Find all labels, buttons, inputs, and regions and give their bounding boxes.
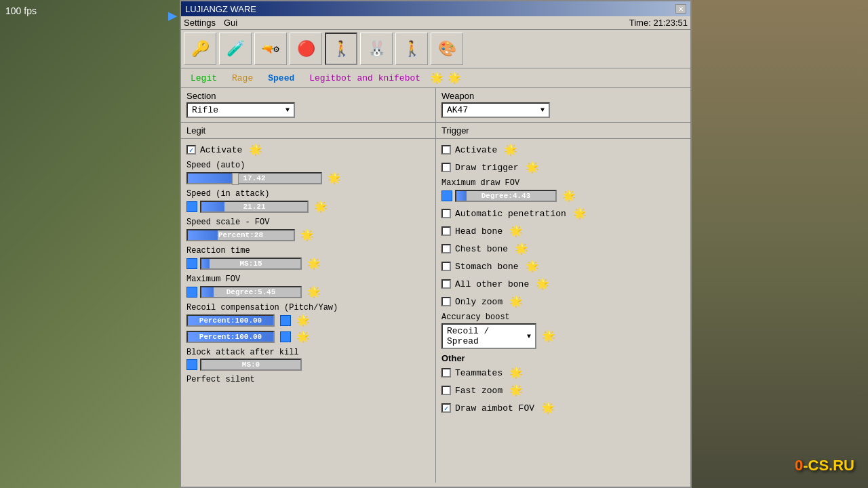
accuracy-boost-dropdown[interactable]: Recoil / Spread ▼: [441, 323, 536, 349]
max-fov-slider[interactable]: Degree:5.45: [200, 286, 302, 298]
draw-aimbot-checkbox[interactable]: [441, 403, 451, 413]
section-header-row: Section Rifle ▼: [181, 88, 435, 123]
toolbar-icon-person2[interactable]: 🚶: [395, 33, 428, 65]
tab-legit[interactable]: Legit: [185, 72, 222, 85]
speed-auto-icon[interactable]: 🌟: [328, 171, 341, 185]
speed-attack-slider[interactable]: 21.21: [200, 201, 309, 213]
tab-speed[interactable]: Speed: [262, 72, 300, 85]
speed-fov-icon[interactable]: 🌟: [300, 228, 314, 242]
recoil-yaw-mini[interactable]: [280, 331, 291, 342]
teammates-checkbox[interactable]: [441, 368, 451, 378]
max-draw-fov-icon[interactable]: 🌟: [562, 189, 576, 203]
speed-attack-row: Speed (in attack) 21.21 🌟: [186, 189, 430, 214]
toolbar-icon-figure[interactable]: 🔴: [290, 33, 322, 65]
stomach-bone-checkbox[interactable]: [441, 262, 451, 271]
draw-aimbot-row: Draw aimbot FOV 🌟: [441, 401, 685, 415]
right-panel: Weapon AK47 ▼ Trigger Activate 🌟: [436, 88, 690, 483]
chest-bone-icon[interactable]: 🌟: [515, 242, 528, 256]
auto-pen-label: Automatic penetration: [455, 209, 566, 219]
block-kill-mini[interactable]: [186, 359, 197, 370]
recoil-pitch-mini[interactable]: [280, 315, 291, 326]
fast-zoom-label: Fast zoom: [455, 386, 502, 396]
draw-trigger-icon[interactable]: 🌟: [526, 161, 539, 174]
close-button[interactable]: ✕: [675, 4, 686, 14]
stomach-bone-icon[interactable]: 🌟: [526, 260, 539, 273]
auto-pen-checkbox[interactable]: [441, 209, 451, 218]
legit-activate-checkbox[interactable]: [186, 145, 196, 155]
fast-zoom-checkbox[interactable]: [441, 386, 451, 395]
window-title: LUJIANGZ WARE: [185, 4, 256, 14]
head-bone-label: Head bone: [455, 226, 502, 237]
toolbar-icon-person[interactable]: 🚶: [325, 33, 357, 65]
speed-auto-slider[interactable]: 17.42: [186, 172, 322, 184]
legit-activate-icon[interactable]: 🌟: [249, 143, 262, 157]
main-window: LUJIANGZ WARE ✕ Settings Gui Time: 21:23…: [180, 0, 692, 488]
block-kill-value: MS:0: [242, 361, 260, 369]
max-fov-mini[interactable]: [186, 287, 197, 298]
draw-trigger-row: Draw trigger 🌟: [441, 161, 685, 174]
only-zoom-icon[interactable]: 🌟: [509, 295, 523, 308]
tab-legitbot[interactable]: Legitbot and knifebot: [304, 72, 426, 85]
draw-aimbot-icon[interactable]: 🌟: [541, 401, 555, 415]
teammates-icon[interactable]: 🌟: [509, 366, 523, 380]
tab-icon-2[interactable]: 🌟: [448, 71, 461, 85]
auto-pen-row: Automatic penetration 🌟: [441, 207, 685, 220]
tab-icon-1[interactable]: 🌟: [430, 71, 443, 85]
perfect-silent-row: Perfect silent: [186, 375, 430, 384]
all-other-bone-label: All other bone: [455, 279, 529, 289]
speed-attack-icon[interactable]: 🌟: [314, 200, 328, 214]
max-fov-row: Maximum FOV Degree:5.45 🌟: [186, 274, 430, 299]
arrow-indicator: ▶: [168, 7, 177, 25]
recoil-pitch-icon[interactable]: 🌟: [296, 314, 310, 327]
draw-trigger-label: Draw trigger: [455, 163, 519, 173]
menu-settings[interactable]: Settings: [184, 18, 216, 28]
trigger-panel-header: Trigger: [436, 123, 690, 139]
menu-gui[interactable]: Gui: [224, 18, 237, 28]
all-other-bone-icon[interactable]: 🌟: [536, 277, 549, 291]
recoil-yaw-icon[interactable]: 🌟: [296, 330, 310, 344]
content-area: Section Rifle ▼ Legit Activate 🌟: [181, 88, 690, 483]
block-kill-label: Block attack after kill: [186, 348, 430, 357]
toolbar-icon-keys[interactable]: 🔑: [184, 33, 216, 65]
accuracy-boost-icon[interactable]: 🌟: [542, 329, 555, 343]
reaction-time-slider[interactable]: MS:15: [200, 258, 302, 270]
recoil-yaw-slider[interactable]: Percent:100.00: [186, 331, 275, 343]
trigger-activate-icon[interactable]: 🌟: [504, 143, 517, 157]
toolbar-icon-rabbit[interactable]: 🐰: [360, 33, 393, 65]
head-bone-checkbox[interactable]: [441, 226, 451, 236]
section-dropdown[interactable]: Rifle ▼: [186, 102, 295, 118]
tab-rage[interactable]: Rage: [226, 72, 258, 85]
toolbar: 🔑 🧪 🔫⚙ 🔴 🚶 🐰 🚶 🎨: [181, 30, 690, 68]
speed-fov-slider[interactable]: Percent:28: [186, 229, 295, 241]
recoil-pitch-slider[interactable]: Percent:100.00: [186, 314, 275, 327]
auto-pen-icon[interactable]: 🌟: [573, 207, 587, 220]
weapon-header-row: Weapon AK47 ▼: [436, 88, 690, 123]
time-display: Time: 21:23:51: [629, 18, 688, 28]
draw-trigger-checkbox[interactable]: [441, 163, 451, 172]
all-other-bone-checkbox[interactable]: [441, 279, 451, 289]
chest-bone-checkbox[interactable]: [441, 244, 451, 253]
block-kill-slider[interactable]: MS:0: [200, 359, 302, 371]
max-fov-icon[interactable]: 🌟: [307, 285, 321, 299]
reaction-time-mini[interactable]: [186, 258, 197, 269]
fast-zoom-icon[interactable]: 🌟: [509, 384, 523, 397]
toolbar-icon-palette[interactable]: 🎨: [431, 33, 463, 65]
legit-panel-header: Legit: [181, 123, 435, 139]
speed-attack-value: 21.21: [243, 203, 265, 211]
speed-auto-thumb[interactable]: [232, 173, 239, 185]
only-zoom-checkbox[interactable]: [441, 297, 451, 306]
weapon-dropdown[interactable]: AK47 ▼: [441, 102, 550, 118]
speed-attack-mini[interactable]: [186, 201, 197, 212]
toolbar-icon-potion[interactable]: 🧪: [219, 33, 252, 65]
chest-bone-label: Chest bone: [455, 244, 508, 254]
max-draw-fov-slider[interactable]: Degree:4.43: [455, 190, 557, 202]
watermark: 0-CS.RU: [795, 457, 854, 474]
reaction-time-icon[interactable]: 🌟: [307, 257, 321, 270]
trigger-activate-checkbox[interactable]: [441, 145, 451, 155]
title-bar-buttons: ✕: [675, 4, 686, 14]
head-bone-icon[interactable]: 🌟: [509, 224, 523, 238]
max-draw-fov-mini[interactable]: [441, 190, 452, 201]
toolbar-icon-gun[interactable]: 🔫⚙: [254, 33, 287, 65]
section-arrow: ▼: [285, 106, 290, 114]
stomach-bone-row: Stomach bone 🌟: [441, 260, 685, 273]
